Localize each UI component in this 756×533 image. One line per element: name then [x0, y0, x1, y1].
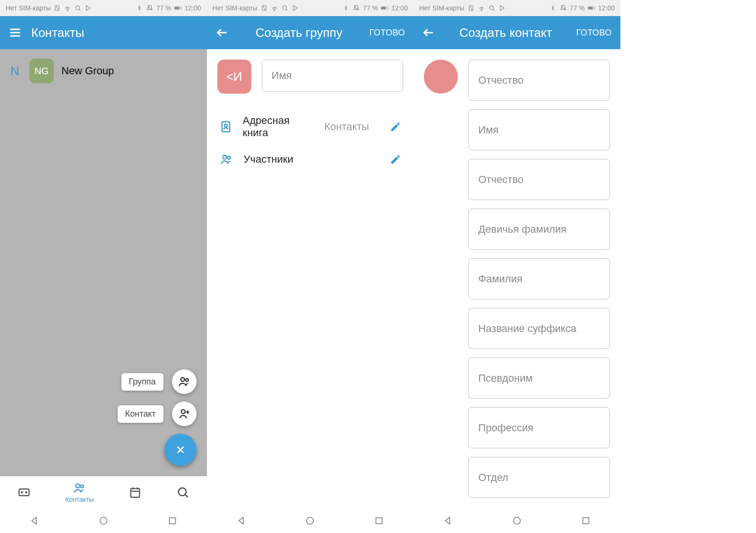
done-button[interactable]: ГОТОВО	[576, 28, 611, 38]
group-name-input[interactable]: Имя	[262, 60, 404, 92]
sys-home[interactable]	[98, 516, 109, 526]
play-icon	[85, 4, 92, 12]
participants-icon	[219, 152, 233, 166]
contact-field-input[interactable]: Фамилия	[468, 258, 610, 299]
svg-line-1	[56, 6, 59, 11]
svg-point-46	[224, 124, 227, 127]
wifi-icon	[64, 4, 71, 12]
svg-line-30	[185, 495, 188, 498]
battery-icon	[588, 4, 595, 12]
svg-point-24	[81, 485, 84, 488]
contact-field-input[interactable]: Профессия	[468, 407, 610, 448]
sim-status: Нет SIM-карты	[419, 4, 464, 12]
back-icon[interactable]	[422, 26, 435, 39]
svg-point-21	[21, 492, 22, 493]
svg-point-50	[307, 517, 314, 524]
addressbook-value: Контакты	[324, 121, 369, 133]
contact-field-input[interactable]: Псевдоним	[468, 358, 610, 399]
nav-chat[interactable]	[17, 486, 31, 499]
svg-marker-31	[32, 517, 36, 524]
participants-row[interactable]: Участники	[217, 146, 404, 173]
bluetooth-icon	[136, 4, 143, 12]
edit-icon[interactable]	[390, 121, 401, 132]
svg-marker-63	[446, 517, 450, 524]
svg-point-64	[514, 517, 521, 524]
fab-close-button[interactable]	[164, 434, 197, 466]
sim-status: Нет SIM-карты	[6, 4, 51, 12]
sys-home[interactable]	[512, 516, 522, 526]
edit-icon[interactable]	[390, 154, 401, 165]
svg-point-15	[181, 410, 185, 413]
page-title: Контакты	[31, 26, 198, 40]
contact-field-input[interactable]: Отчество	[468, 60, 610, 101]
group-avatar: NG	[29, 59, 54, 83]
done-button[interactable]: ГОТОВО	[369, 28, 405, 38]
fab-menu: Группа Контакт	[118, 369, 197, 466]
menu-icon[interactable]	[9, 26, 22, 39]
group-avatar-picker[interactable]: <И	[217, 60, 251, 94]
nav-contacts[interactable]: Контакты	[65, 481, 94, 503]
nav-search[interactable]	[176, 486, 189, 499]
svg-point-54	[481, 10, 481, 11]
svg-point-37	[283, 6, 286, 9]
contact-field-input[interactable]: Отчество	[468, 159, 610, 200]
fab-contact-label: Контакт	[118, 405, 163, 423]
sys-recent[interactable]	[374, 516, 384, 526]
contact-field-input[interactable]: Название суффикса	[468, 308, 610, 349]
sim-status: Нет SIM-карты	[213, 4, 258, 12]
search-status-icon	[74, 4, 82, 12]
svg-point-13	[180, 377, 184, 381]
svg-marker-49	[239, 517, 243, 524]
page-title: Создать группу	[238, 26, 360, 40]
sys-back[interactable]	[29, 516, 40, 526]
app-bar: Создать группу ГОТОВО	[207, 16, 414, 49]
fab-group-button[interactable]	[172, 369, 197, 394]
create-contact-form: ОтчествоИмяОтчествоДевичья фамилияФамили…	[413, 49, 620, 508]
sim-icon	[467, 4, 475, 12]
fab-contact-button[interactable]	[172, 402, 197, 426]
svg-rect-61	[594, 8, 595, 9]
dnd-icon	[146, 4, 154, 12]
system-nav	[413, 508, 620, 533]
battery-pct: 77 %	[363, 4, 378, 12]
addressbook-label: Адресная книга	[243, 114, 311, 139]
svg-point-29	[179, 488, 186, 496]
svg-rect-42	[381, 7, 386, 9]
app-bar: Создать контакт ГОТОВО	[413, 16, 620, 49]
search-status-icon	[281, 4, 289, 12]
contact-field-input[interactable]: Имя	[468, 109, 610, 150]
contact-field-input[interactable]: Отдел	[468, 457, 610, 498]
svg-rect-43	[387, 8, 388, 9]
clock: 12:00	[598, 4, 615, 12]
create-group-form: <И Имя Адресная книга Контакты	[207, 49, 414, 508]
sys-back[interactable]	[443, 516, 453, 526]
svg-point-14	[186, 379, 189, 382]
contact-field-input[interactable]: Девичья фамилия	[468, 209, 610, 250]
svg-rect-33	[169, 518, 175, 524]
contact-avatar-picker[interactable]	[424, 60, 458, 498]
sys-recent[interactable]	[167, 516, 178, 526]
bluetooth-icon	[342, 4, 350, 12]
nav-calendar[interactable]	[129, 486, 142, 499]
list-item[interactable]: N NG New Group	[0, 49, 207, 93]
svg-point-2	[68, 10, 68, 11]
svg-rect-9	[181, 8, 181, 9]
svg-point-23	[76, 484, 80, 488]
battery-pct: 77 %	[570, 4, 585, 12]
sys-back[interactable]	[236, 516, 247, 526]
svg-point-3	[76, 6, 80, 9]
addressbook-icon	[219, 120, 232, 134]
svg-point-55	[490, 6, 493, 9]
sys-home[interactable]	[305, 516, 315, 526]
back-icon[interactable]	[215, 26, 229, 39]
status-bar: Нет SIM-карты 77 % 12:00	[207, 0, 414, 16]
svg-line-38	[286, 9, 287, 10]
addressbook-row[interactable]: Адресная книга Контакты	[217, 108, 404, 146]
dnd-icon	[352, 4, 360, 12]
bottom-nav: Контакты	[0, 476, 207, 508]
status-bar: Нет SIM-карты 77 %	[0, 0, 207, 16]
sys-recent[interactable]	[581, 516, 591, 526]
clock: 12:00	[391, 4, 408, 12]
svg-point-47	[223, 155, 226, 159]
svg-point-32	[100, 517, 107, 524]
